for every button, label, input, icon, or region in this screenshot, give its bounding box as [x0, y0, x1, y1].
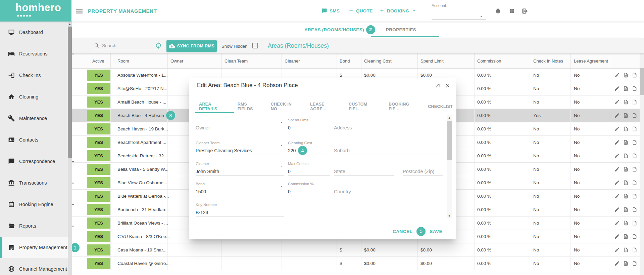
owner-select[interactable]: Owner	[196, 118, 284, 132]
edit-pencil-icon[interactable]	[614, 126, 620, 132]
document-file-icon[interactable]	[632, 153, 637, 159]
table-row[interactable]: YES Coastal Haven @ Gerro... $ $0.00 $0.…	[72, 257, 640, 270]
sidebar-item-correspondence[interactable]: Correspondence	[0, 151, 68, 172]
document-file-icon[interactable]	[632, 207, 637, 212]
edit-pencil-icon[interactable]	[614, 140, 620, 145]
sidebar-item-cleaning[interactable]: Cleaning	[0, 86, 68, 108]
edit-pencil-icon[interactable]	[614, 220, 620, 226]
country-field[interactable]: Country	[334, 182, 443, 196]
edit-pencil-icon[interactable]	[614, 99, 620, 105]
table-row[interactable]: YES Casa Moana - 19 Shar... $ $0.00 $0.0…	[72, 243, 640, 257]
tab-areas-rooms-houses[interactable]: AREAS (ROOMS/HOUSES) 2	[304, 22, 375, 38]
logout-icon[interactable]	[522, 8, 528, 14]
cleaner-team-select[interactable]: Cleaner Team Prestige Cleaning Services	[196, 141, 284, 155]
edit-pencil-icon[interactable]	[614, 72, 620, 78]
sidebar-item-reports[interactable]: Reports	[0, 215, 68, 237]
quote-button[interactable]: QUOTE	[348, 7, 373, 15]
pdf-file-icon[interactable]	[623, 261, 629, 266]
sidebar-item-maintenance[interactable]: Maintenance	[0, 108, 68, 129]
modal-tab[interactable]: CUSTOM FIEL...	[345, 101, 385, 113]
document-file-icon[interactable]	[632, 86, 637, 91]
max-guests-field[interactable]: Max Guests 0	[288, 162, 330, 176]
modal-tab[interactable]: CHECKLIST	[424, 101, 456, 113]
sidebar-item-reservations[interactable]: Reservations	[0, 43, 68, 65]
modal-scrollbar[interactable]: ▲ ▼	[447, 115, 452, 218]
document-file-icon[interactable]	[632, 180, 637, 186]
edit-pencil-icon[interactable]	[614, 261, 620, 266]
edit-pencil-icon[interactable]	[614, 247, 620, 253]
pdf-file-icon[interactable]	[623, 247, 629, 253]
apps-grid-icon[interactable]	[509, 8, 515, 14]
search-input[interactable]	[93, 41, 156, 50]
pdf-file-icon[interactable]	[623, 86, 629, 91]
pdf-file-icon[interactable]	[623, 234, 629, 239]
pdf-file-icon[interactable]	[623, 113, 629, 118]
modal-tab[interactable]: RMS FIELDS	[234, 101, 267, 113]
edit-pencil-icon[interactable]	[614, 193, 620, 199]
refresh-icon[interactable]	[155, 42, 162, 49]
show-hidden-checkbox[interactable]	[252, 43, 258, 48]
commission-field[interactable]: Commission % 0	[288, 182, 330, 196]
pdf-file-icon[interactable]	[623, 180, 629, 186]
modal-tab[interactable]: BOOKING FIE...	[385, 101, 424, 113]
bond-select[interactable]: Bond 1500	[196, 182, 284, 196]
edit-pencil-icon[interactable]	[614, 153, 620, 159]
sync-from-rms-button[interactable]: SYNC FROM RMS	[166, 40, 217, 52]
sidebar-item-channel-management[interactable]: Channel Management	[0, 258, 68, 275]
cleaning-cost-field[interactable]: Cleaning Cost 220 4	[288, 141, 330, 155]
pdf-file-icon[interactable]	[623, 166, 629, 172]
modal-scrollbar-thumb[interactable]	[447, 121, 452, 160]
modal-tab[interactable]: LEASE AGRE...	[306, 101, 345, 113]
document-file-icon[interactable]	[632, 261, 637, 266]
edit-pencil-icon[interactable]	[614, 166, 620, 172]
sms-button[interactable]: SMS	[321, 7, 340, 15]
table-scrollbar[interactable]	[640, 53, 644, 275]
document-file-icon[interactable]	[632, 99, 637, 105]
document-file-icon[interactable]	[632, 113, 637, 118]
modal-tab[interactable]: CHECK IN NO...	[267, 101, 306, 113]
suburb-field[interactable]: Suburb	[334, 141, 443, 155]
modal-tab[interactable]: AREA DETAILS	[195, 101, 234, 113]
document-file-icon[interactable]	[632, 193, 637, 199]
edit-pencil-icon[interactable]	[614, 113, 620, 118]
cancel-button[interactable]: CANCEL	[391, 228, 414, 235]
pdf-file-icon[interactable]	[623, 153, 629, 159]
pdf-file-icon[interactable]	[623, 193, 629, 199]
table-scrollbar-thumb[interactable]	[640, 68, 644, 95]
sidebar-item-booking-engine[interactable]: Booking Engine	[0, 194, 68, 215]
document-file-icon[interactable]	[632, 247, 637, 253]
document-file-icon[interactable]	[632, 234, 637, 239]
expand-icon[interactable]	[435, 83, 440, 88]
sidebar-scrollbar[interactable]: ▲	[68, 22, 72, 275]
pdf-file-icon[interactable]	[623, 72, 629, 78]
close-icon[interactable]	[445, 83, 450, 88]
edit-pencil-icon[interactable]	[614, 86, 620, 91]
document-file-icon[interactable]	[632, 140, 637, 145]
edit-pencil-icon[interactable]	[614, 180, 620, 186]
sidebar-item-dashboard[interactable]: Dashboard	[0, 22, 68, 43]
pdf-file-icon[interactable]	[623, 220, 629, 226]
sidebar-item-contacts[interactable]: Contacts	[0, 129, 68, 151]
cleaner-select[interactable]: Cleaner John Smith	[196, 162, 284, 176]
document-file-icon[interactable]	[632, 126, 637, 132]
scroll-up-arrow-icon[interactable]: ▲	[447, 115, 452, 120]
pdf-file-icon[interactable]	[623, 207, 629, 212]
scroll-down-arrow-icon[interactable]: ▼	[447, 213, 452, 218]
document-file-icon[interactable]	[632, 72, 637, 78]
postcode-field[interactable]: Postcode (Zip)	[403, 162, 443, 176]
address-field[interactable]: Address	[334, 118, 443, 132]
scroll-up-arrow-icon[interactable]: ▲	[68, 22, 72, 26]
edit-pencil-icon[interactable]	[614, 207, 620, 212]
sidebar-item-check-ins[interactable]: Check Ins	[0, 65, 68, 86]
document-file-icon[interactable]	[632, 220, 637, 226]
sidebar-scrollbar-thumb[interactable]	[68, 27, 72, 158]
edit-pencil-icon[interactable]	[614, 234, 620, 239]
key-number-field[interactable]: Key Number B-123	[196, 203, 284, 217]
spend-limit-field[interactable]: Spend Limit 0	[288, 118, 330, 132]
state-field[interactable]: State	[334, 162, 394, 176]
account-select[interactable]	[432, 11, 486, 19]
pdf-file-icon[interactable]	[623, 126, 629, 132]
booking-button[interactable]: BOOKING	[379, 7, 416, 15]
document-file-icon[interactable]	[632, 166, 637, 172]
pdf-file-icon[interactable]	[623, 140, 629, 145]
